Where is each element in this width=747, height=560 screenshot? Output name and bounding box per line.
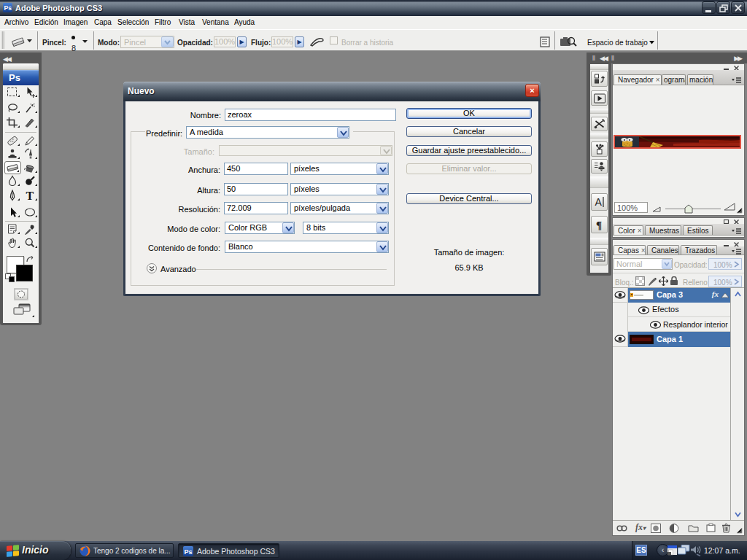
- svg-text:¶: ¶: [596, 219, 602, 231]
- svg-text:A: A: [595, 196, 602, 208]
- svg-text:Ps: Ps: [4, 4, 12, 12]
- svg-text:T: T: [26, 190, 34, 201]
- svg-text:Ps: Ps: [185, 548, 193, 556]
